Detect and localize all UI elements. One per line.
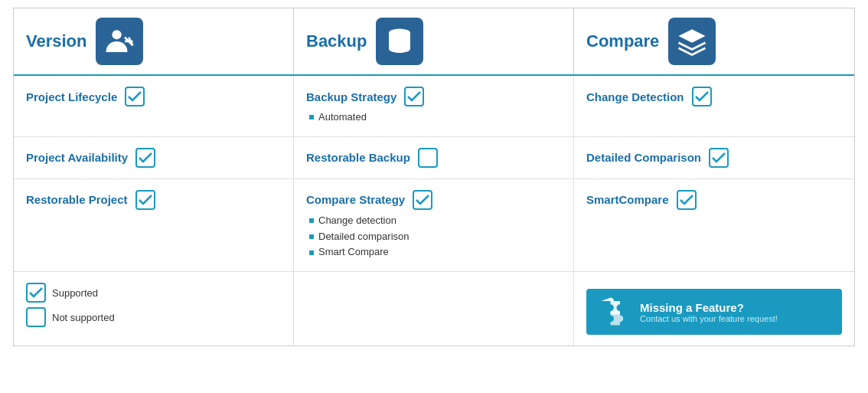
- feature-label: Restorable Backup: [306, 151, 410, 164]
- feature-table: Version Backup: [13, 8, 855, 346]
- feature-row: Restorable Project: [26, 190, 281, 210]
- missing-banner: Missing a Feature? Contact us with your …: [586, 289, 842, 335]
- missing-text: Missing a Feature? Contact us with your …: [640, 301, 778, 323]
- checked-icon: [677, 190, 697, 210]
- empty-cell-middle: [294, 272, 574, 346]
- feature-label: Detailed Comparison: [586, 151, 701, 164]
- feature-row: Backup Strategy: [306, 87, 561, 106]
- feature-label: SmartCompare: [586, 193, 669, 206]
- person-icon: [103, 25, 135, 57]
- legend-not-supported: Not supported: [26, 307, 281, 327]
- header-cell-version: Version: [14, 8, 294, 74]
- legend-cell: Supported Not supported: [14, 272, 294, 346]
- version-title: Version: [26, 31, 86, 51]
- checked-icon: [709, 148, 729, 168]
- bullet-icon: [309, 218, 314, 223]
- cell-project-lifecycle: Project Lifecycle: [14, 76, 294, 136]
- feature-row: Compare Strategy: [306, 190, 561, 210]
- svg-point-0: [113, 30, 122, 39]
- cell-smartcompare: SmartCompare: [574, 179, 854, 271]
- missing-title: Missing a Feature?: [640, 301, 778, 314]
- svg-rect-4: [405, 87, 423, 106]
- cell-backup-strategy: Backup Strategy Automated: [294, 76, 574, 136]
- feature-row: SmartCompare: [586, 190, 842, 210]
- backup-icon-box: [376, 18, 423, 65]
- checked-icon: [404, 87, 424, 106]
- sub-item: Automated: [309, 110, 561, 126]
- header-cell-backup: Backup: [294, 8, 574, 74]
- svg-rect-7: [419, 149, 437, 167]
- svg-rect-3: [126, 87, 144, 106]
- sub-item: Smart Compare: [309, 244, 561, 260]
- svg-rect-12: [27, 283, 45, 302]
- legend-unchecked-icon: [26, 307, 46, 327]
- sub-item-label: Smart Compare: [318, 244, 389, 260]
- missing-feature-cell: Missing a Feature? Contact us with your …: [574, 272, 854, 346]
- database-icon: [383, 25, 416, 57]
- compare-icon-box: [668, 18, 716, 65]
- sub-items: Change detection Detailed comparison Sma…: [309, 213, 561, 260]
- sub-items: Automated: [309, 110, 561, 126]
- cell-restorable-backup: Restorable Backup: [294, 137, 574, 178]
- header-row: Version Backup: [14, 8, 854, 76]
- bullet-icon: [309, 251, 314, 255]
- feature-row: Restorable Backup: [306, 148, 561, 168]
- data-row-3: Restorable Project Compare Strategy Chan…: [14, 179, 854, 272]
- footer-row: Supported Not supported Missi: [14, 272, 854, 346]
- svg-rect-11: [677, 191, 696, 209]
- svg-rect-9: [136, 191, 155, 209]
- checked-icon: [413, 190, 432, 210]
- checked-icon: [135, 190, 155, 210]
- feature-label: Change Detection: [586, 90, 684, 103]
- cell-change-detection: Change Detection: [574, 76, 854, 136]
- sub-item: Change detection: [309, 213, 561, 229]
- sub-item-label: Detailed comparison: [318, 229, 410, 245]
- checked-icon: [125, 87, 145, 106]
- version-icon-box: [96, 18, 143, 65]
- header-cell-compare: Compare: [574, 8, 854, 74]
- svg-rect-5: [693, 87, 711, 106]
- layers-icon: [676, 25, 708, 57]
- svg-rect-10: [413, 191, 432, 209]
- checked-icon: [692, 87, 712, 106]
- backup-title: Backup: [306, 31, 367, 51]
- feature-row: Change Detection: [586, 87, 842, 106]
- bullet-icon: [309, 234, 314, 239]
- missing-subtitle: Contact us with your feature request!: [640, 314, 778, 323]
- legend-supported-label: Supported: [52, 287, 98, 299]
- sub-item-label: Automated: [318, 110, 367, 126]
- feature-row: Project Availability: [26, 148, 281, 168]
- feature-row: Detailed Comparison: [586, 148, 842, 168]
- missing-feature-link[interactable]: Missing a Feature? Contact us with your …: [586, 289, 842, 335]
- cell-detailed-comparison: Detailed Comparison: [574, 137, 854, 178]
- legend-checked-icon: [26, 283, 46, 303]
- legend-not-supported-label: Not supported: [52, 312, 115, 323]
- data-row-2: Project Availability Restorable Backup D…: [14, 137, 854, 179]
- feature-row: Project Lifecycle: [26, 87, 281, 106]
- sub-item: Detailed comparison: [309, 229, 561, 245]
- cell-project-availability: Project Availability: [14, 137, 294, 178]
- compare-title: Compare: [586, 31, 659, 51]
- cell-compare-strategy: Compare Strategy Change detection Detail…: [294, 179, 574, 271]
- sub-item-label: Change detection: [318, 213, 396, 229]
- feature-label: Backup Strategy: [306, 90, 396, 103]
- cell-restorable-project: Restorable Project: [14, 179, 294, 271]
- puzzle-icon: [597, 296, 631, 327]
- feature-label: Project Availability: [26, 151, 128, 164]
- unchecked-icon: [418, 148, 438, 168]
- feature-label: Compare Strategy: [306, 193, 405, 206]
- svg-rect-8: [710, 149, 728, 167]
- svg-rect-13: [27, 308, 45, 326]
- data-row-1: Project Lifecycle Backup Strategy Automa…: [14, 76, 854, 137]
- feature-label: Restorable Project: [26, 193, 128, 206]
- svg-rect-6: [136, 149, 155, 167]
- svg-marker-2: [679, 29, 706, 43]
- legend-supported: Supported: [26, 283, 281, 303]
- checked-icon: [135, 148, 155, 168]
- bullet-icon: [309, 115, 314, 120]
- feature-label: Project Lifecycle: [26, 90, 117, 103]
